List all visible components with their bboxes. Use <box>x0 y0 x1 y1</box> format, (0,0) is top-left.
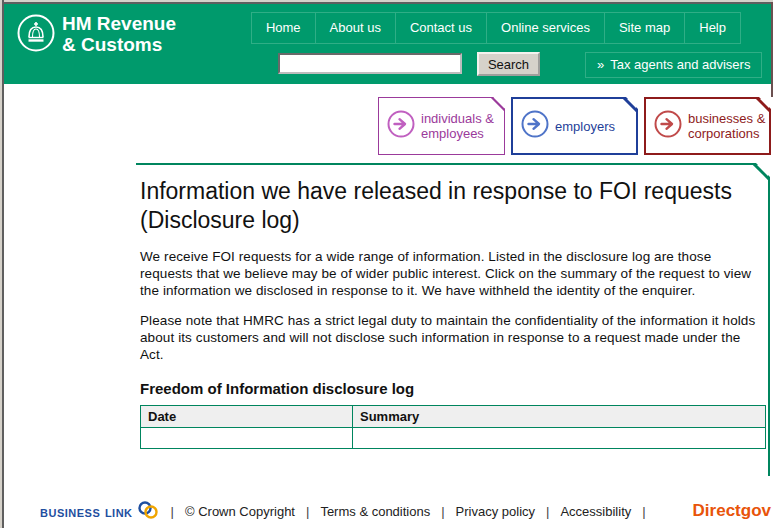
disclosure-log-table: Date Summary <box>140 405 766 449</box>
audience-box-label: businesses & corporations <box>688 111 769 141</box>
arrow-circle-icon <box>653 109 683 143</box>
column-header-date: Date <box>141 406 353 428</box>
tax-agents-link[interactable]: »Tax agents and advisers <box>585 52 762 78</box>
footer-separator: | <box>306 504 309 519</box>
hmrc-logo-text[interactable]: HM Revenue & Customs <box>62 13 176 55</box>
business-link-rings-icon <box>136 500 160 523</box>
site-header: HM Revenue & Customs Home About us Conta… <box>4 4 771 84</box>
hmrc-page: HM Revenue & Customs Home About us Conta… <box>0 0 773 528</box>
arrow-circle-icon <box>386 109 416 143</box>
search-button[interactable]: Search <box>477 52 540 76</box>
footer-separator: | <box>642 504 645 519</box>
nav-item-about-us[interactable]: About us <box>316 12 396 44</box>
arrow-circle-icon <box>520 109 550 143</box>
audience-box-label: individuals & employees <box>421 111 504 141</box>
hmrc-logo-line1: HM Revenue <box>62 13 176 34</box>
nav-item-site-map[interactable]: Site map <box>605 12 685 44</box>
nav-item-home[interactable]: Home <box>251 12 316 44</box>
top-navigation: Home About us Contact us Online services… <box>251 12 741 44</box>
chevron-right-icon: » <box>597 57 604 72</box>
content-panel: Information we have released in response… <box>136 163 770 476</box>
footer-separator: | <box>441 504 444 519</box>
confidentiality-paragraph: Please note that HMRC has a strict legal… <box>140 312 762 363</box>
audience-box-label: employers <box>555 119 615 134</box>
page-title: Information we have released in response… <box>140 177 752 235</box>
hmrc-crown-logo-icon[interactable] <box>16 13 56 53</box>
directgov-logo[interactable]: Directgov <box>693 501 771 521</box>
audience-box-individuals-employees[interactable]: individuals & employees <box>378 97 505 155</box>
hmrc-logo-line2: & Customs <box>62 34 176 55</box>
table-header-row: Date Summary <box>141 406 766 428</box>
column-header-summary: Summary <box>353 406 766 428</box>
footer-link-privacy-policy[interactable]: Privacy policy <box>456 504 535 519</box>
nav-item-help[interactable]: Help <box>685 12 741 44</box>
footer-link-terms-conditions[interactable]: Terms & conditions <box>320 504 430 519</box>
table-cell-date <box>141 428 353 449</box>
audience-box-employers[interactable]: employers <box>511 97 638 155</box>
footer-link-accessibility[interactable]: Accessibility <box>560 504 631 519</box>
tax-agents-label: Tax agents and advisers <box>610 57 750 72</box>
audience-box-businesses-corporations[interactable]: businesses & corporations <box>644 97 771 155</box>
footer-separator: | <box>546 504 549 519</box>
search-input[interactable] <box>278 53 462 74</box>
nav-item-contact-us[interactable]: Contact us <box>396 12 487 44</box>
business-link-label: Business Link <box>40 503 133 520</box>
table-row <box>141 428 766 449</box>
intro-paragraph: We receive FOI requests for a wide range… <box>140 248 762 299</box>
footer-separator: | <box>171 504 174 519</box>
nav-item-online-services[interactable]: Online services <box>487 12 605 44</box>
business-link-logo[interactable]: Business Link <box>40 500 160 523</box>
footer-link-crown-copyright[interactable]: © Crown Copyright <box>185 504 295 519</box>
table-heading: Freedom of Information disclosure log <box>140 380 768 397</box>
site-footer: Business Link | © Crown Copyright | Term… <box>40 498 771 524</box>
table-cell-summary <box>353 428 766 449</box>
